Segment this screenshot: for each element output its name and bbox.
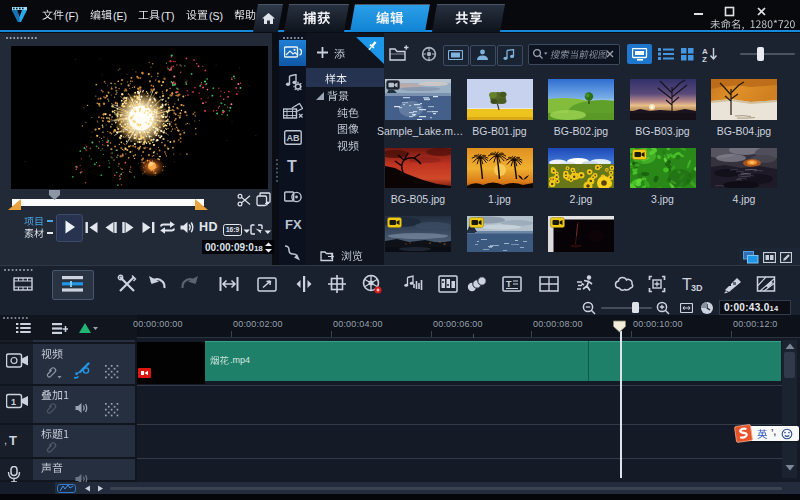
svg-text:AB: AB bbox=[287, 133, 300, 143]
svg-text:3D: 3D bbox=[691, 283, 703, 293]
svg-text:1: 1 bbox=[11, 397, 16, 407]
svg-text:T: T bbox=[506, 279, 512, 289]
svg-text:,: , bbox=[4, 434, 7, 446]
svg-text:T: T bbox=[9, 433, 17, 448]
svg-text:Z: Z bbox=[702, 55, 707, 62]
